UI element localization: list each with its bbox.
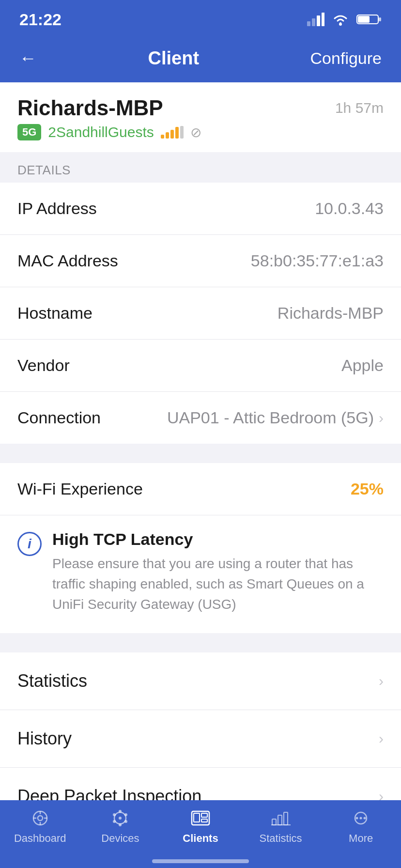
wifi-experience-label: Wi-Fi Experience — [17, 480, 143, 498]
hostname-value: Richards-MBP — [278, 304, 384, 323]
client-name: Richards-MBP — [17, 96, 163, 120]
history-label: History — [17, 728, 72, 749]
client-connected-time: 1h 57m — [335, 100, 384, 116]
tab-more[interactable]: More — [321, 808, 401, 845]
vendor-row: Vendor Apple — [0, 340, 401, 392]
status-icons — [307, 13, 382, 26]
hostname-row: Hostname Richards-MBP — [0, 287, 401, 340]
status-bar: 21:22 — [0, 0, 401, 39]
info-icon: i — [17, 532, 42, 556]
client-header: Richards-MBP 1h 57m 5G 2SandhillGuests ⊘ — [0, 82, 401, 152]
home-bar — [152, 859, 249, 863]
leaf-icon: ⊘ — [190, 124, 201, 140]
home-indicator — [0, 859, 401, 863]
configure-button[interactable]: Configure — [310, 49, 382, 68]
statistics-chevron: › — [379, 673, 384, 689]
svg-rect-6 — [358, 16, 370, 23]
nav-title: Client — [148, 48, 200, 69]
svg-point-31 — [356, 817, 358, 820]
details-label: DETAILS — [17, 163, 71, 177]
tab-statistics[interactable]: Statistics — [241, 808, 321, 845]
svg-rect-25 — [201, 819, 207, 822]
vendor-value: Apple — [341, 356, 384, 375]
svg-point-33 — [364, 817, 366, 820]
svg-point-32 — [360, 817, 362, 820]
separator-2 — [0, 633, 401, 652]
connection-chevron: › — [379, 410, 384, 426]
alert-title: High TCP Latency — [52, 530, 384, 549]
details-section-header: DETAILS — [0, 152, 401, 183]
svg-point-17 — [124, 813, 127, 816]
wifi-experience-row: Wi-Fi Experience 25% — [0, 463, 401, 515]
svg-rect-1 — [312, 18, 315, 26]
network-name: 2SandhillGuests — [48, 124, 154, 140]
history-row[interactable]: History › — [0, 710, 401, 768]
dashboard-icon — [28, 808, 53, 828]
wifi-experience-section: Wi-Fi Experience 25% i High TCP Latency … — [0, 463, 401, 633]
svg-rect-28 — [284, 812, 288, 825]
statistics-row[interactable]: Statistics › — [0, 652, 401, 710]
tab-clients[interactable]: Clients — [160, 808, 241, 845]
tab-devices[interactable]: Devices — [80, 808, 161, 845]
hostname-label: Hostname — [17, 304, 93, 323]
svg-rect-0 — [307, 21, 310, 26]
ip-address-label: IP Address — [17, 199, 97, 218]
svg-rect-26 — [272, 819, 276, 825]
svg-point-15 — [119, 817, 122, 820]
statistics-icon — [268, 808, 293, 828]
svg-point-16 — [119, 810, 122, 813]
vendor-label: Vendor — [17, 356, 70, 375]
tab-more-label: More — [349, 832, 373, 845]
tab-dashboard-label: Dashboard — [14, 832, 66, 845]
svg-rect-23 — [194, 813, 200, 822]
svg-rect-7 — [379, 17, 381, 21]
devices-icon — [108, 808, 133, 828]
svg-point-20 — [113, 820, 116, 823]
separator-1 — [0, 444, 401, 463]
tab-clients-label: Clients — [183, 832, 218, 845]
tab-statistics-label: Statistics — [260, 832, 302, 845]
battery-icon — [356, 13, 382, 26]
nav-list: Statistics › History › Deep Packet Inspe… — [0, 652, 401, 825]
svg-point-9 — [38, 816, 43, 821]
high-tcp-latency-alert: i High TCP Latency Please ensure that yo… — [0, 515, 401, 633]
svg-rect-24 — [201, 813, 207, 817]
mac-address-row: MAC Address 58:b0:35:77:e1:a3 — [0, 235, 401, 287]
svg-rect-2 — [317, 16, 320, 26]
tab-dashboard[interactable]: Dashboard — [0, 808, 80, 845]
clients-icon — [188, 808, 213, 828]
wifi-experience-percent: 25% — [351, 480, 384, 498]
more-icon — [348, 808, 373, 828]
connection-row[interactable]: Connection UAP01 - Attic Bedroom (5G) › — [0, 392, 401, 444]
history-chevron: › — [379, 730, 384, 747]
back-button[interactable]: ← — [19, 48, 37, 68]
statistics-label: Statistics — [17, 671, 87, 691]
connection-value: UAP01 - Attic Bedroom (5G) — [167, 408, 374, 427]
cellular-icon — [307, 13, 324, 26]
svg-rect-27 — [278, 815, 282, 825]
mac-address-label: MAC Address — [17, 251, 118, 270]
svg-point-4 — [339, 23, 342, 26]
connection-label: Connection — [17, 408, 101, 427]
5g-badge: 5G — [17, 124, 41, 140]
mac-address-value: 58:b0:35:77:e1:a3 — [251, 251, 384, 270]
detail-list: IP Address 10.0.3.43 MAC Address 58:b0:3… — [0, 183, 401, 444]
svg-rect-3 — [322, 13, 324, 26]
tab-devices-label: Devices — [101, 832, 139, 845]
ip-address-row: IP Address 10.0.3.43 — [0, 183, 401, 235]
tab-bar: Dashboard Devices — [0, 800, 401, 868]
nav-bar: ← Client Configure — [0, 39, 401, 82]
wifi-icon — [331, 13, 350, 26]
alert-description: Please ensure that you are using a route… — [52, 554, 384, 615]
signal-strength-icon — [161, 126, 184, 139]
status-time: 21:22 — [19, 10, 62, 29]
alert-content: High TCP Latency Please ensure that you … — [52, 530, 384, 615]
svg-point-18 — [124, 820, 127, 823]
ip-address-value: 10.0.3.43 — [315, 199, 384, 218]
svg-point-19 — [119, 823, 122, 826]
svg-point-21 — [113, 813, 116, 816]
